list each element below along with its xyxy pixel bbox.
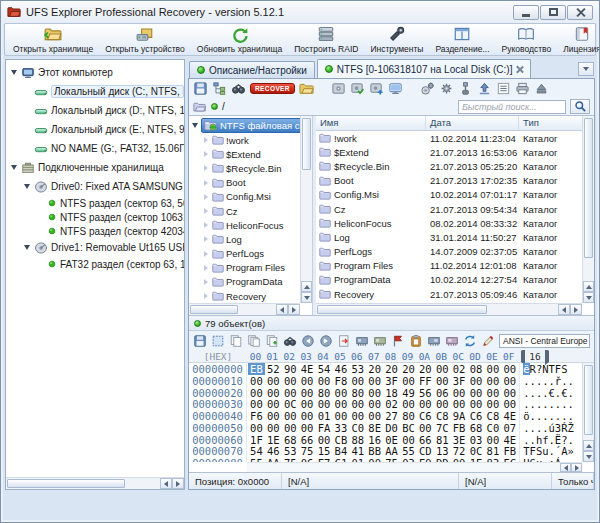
sync-button[interactable] bbox=[463, 334, 477, 348]
hex-byte[interactable]: 00 bbox=[468, 387, 485, 399]
open-device-button[interactable]: Открыть устройство bbox=[99, 25, 191, 54]
hex-byte[interactable]: 1E bbox=[265, 434, 282, 446]
partition-button[interactable]: Разделение... bbox=[429, 25, 495, 54]
hex-byte[interactable]: 3F bbox=[451, 375, 468, 387]
file-list-row[interactable]: Config.Msi10.02.2014 07:01:17Каталог bbox=[316, 188, 594, 202]
memory2-button[interactable] bbox=[373, 334, 387, 348]
expander-icon[interactable] bbox=[22, 184, 31, 189]
hex-byte[interactable]: 00 bbox=[299, 410, 316, 422]
edit-button[interactable] bbox=[481, 334, 495, 348]
hex-byte[interactable]: 8E bbox=[366, 422, 383, 434]
column-header-name[interactable]: Имя bbox=[316, 116, 426, 130]
maximize-button[interactable] bbox=[540, 5, 566, 20]
hex-byte[interactable]: 7C bbox=[434, 422, 451, 434]
hex-byte[interactable]: 46 bbox=[332, 363, 349, 375]
usb-button[interactable] bbox=[458, 81, 473, 96]
ram-button[interactable] bbox=[427, 334, 441, 348]
file-list-row[interactable]: Log31.01.2014 11:50:27Каталог bbox=[316, 230, 594, 244]
expander-icon[interactable] bbox=[201, 236, 210, 242]
hex-byte[interactable]: 9A bbox=[451, 410, 468, 422]
expander-icon[interactable] bbox=[201, 293, 210, 299]
search-button[interactable] bbox=[570, 99, 590, 114]
tab-description-settings[interactable]: Описание/Настройки bbox=[189, 61, 315, 78]
hex-byte[interactable]: 00 bbox=[316, 398, 333, 410]
hex-byte[interactable]: EB bbox=[248, 363, 265, 375]
hex-byte[interactable]: 00 bbox=[332, 410, 349, 422]
hex-byte[interactable]: 75 bbox=[299, 445, 316, 457]
hex-byte[interactable]: 41 bbox=[349, 445, 366, 457]
file-list-row[interactable]: !work11.02.2014 11:23:04Каталог bbox=[316, 131, 594, 145]
hex-byte[interactable]: 4E bbox=[501, 410, 518, 422]
flag-button[interactable] bbox=[391, 334, 405, 348]
expander-icon[interactable] bbox=[22, 245, 31, 250]
folder-tree-item[interactable]: Config.Msi bbox=[190, 190, 311, 204]
hex-byte[interactable]: 68 bbox=[468, 422, 485, 434]
hex-byte[interactable]: D0 bbox=[383, 422, 400, 434]
hex-byte[interactable]: 00 bbox=[417, 398, 434, 410]
hex-byte[interactable]: FB bbox=[501, 445, 518, 457]
hex-byte[interactable]: 08 bbox=[468, 363, 485, 375]
hex-byte[interactable]: FF bbox=[417, 375, 434, 387]
hex-byte[interactable]: 00 bbox=[417, 422, 434, 434]
hex-byte[interactable]: 0E bbox=[383, 434, 400, 446]
close-button[interactable] bbox=[567, 5, 593, 20]
build-raid-button[interactable]: Построить RAID bbox=[288, 25, 364, 54]
storage-tree-item[interactable]: NTFS раздел (сектор 420340788, 97.65ГБ) bbox=[6, 224, 184, 238]
hex-byte[interactable]: 00 bbox=[484, 375, 501, 387]
hex-byte[interactable]: CD bbox=[417, 445, 434, 457]
scroll-up-button[interactable] bbox=[583, 281, 594, 292]
expander-icon[interactable] bbox=[201, 137, 210, 143]
expander-icon[interactable] bbox=[9, 70, 18, 75]
hex-byte[interactable]: 00 bbox=[400, 434, 417, 446]
hex-byte[interactable]: 4E bbox=[501, 434, 518, 446]
forward-button[interactable] bbox=[319, 334, 333, 348]
scroll-right-button[interactable] bbox=[288, 304, 300, 315]
binoculars-button[interactable] bbox=[283, 334, 297, 348]
column-header-date[interactable]: Дата bbox=[426, 116, 519, 130]
hex-byte[interactable]: 00 bbox=[265, 387, 282, 399]
folder-tree-item[interactable]: PerfLogs bbox=[190, 247, 311, 261]
list-button[interactable] bbox=[496, 81, 511, 96]
hex-byte[interactable]: 20 bbox=[366, 363, 383, 375]
hex-byte[interactable]: 00 bbox=[366, 387, 383, 399]
license-button[interactable]: Лицензия bbox=[557, 25, 600, 54]
storage-tree-item[interactable]: Drive0: Fixed ATA SAMSUNG HD321KJ bbox=[6, 177, 184, 196]
hex-byte[interactable]: 00 bbox=[265, 422, 282, 434]
hex-vscrollbar[interactable] bbox=[582, 363, 594, 462]
hex-byte[interactable]: 3E bbox=[451, 434, 468, 446]
scroll-left-button[interactable] bbox=[160, 478, 172, 489]
storage-tree-item[interactable]: Этот компьютер bbox=[6, 63, 184, 82]
hex-byte[interactable]: 06 bbox=[434, 387, 451, 399]
folder-tree-item[interactable]: $Extend bbox=[190, 147, 311, 161]
hex-byte[interactable]: FA bbox=[316, 422, 333, 434]
storage-tree-item[interactable]: Подключенные хранилища bbox=[6, 158, 184, 177]
hex-byte[interactable]: 00 bbox=[501, 375, 518, 387]
hex-byte[interactable]: 4E bbox=[299, 363, 316, 375]
storage-tree-item[interactable]: Локальный диск (D:, NTFS, 149.73ГБ) bbox=[6, 101, 184, 120]
hex-byte[interactable]: 00 bbox=[332, 398, 349, 410]
minimize-button[interactable] bbox=[513, 5, 539, 20]
hex-byte[interactable]: 00 bbox=[484, 398, 501, 410]
scroll-down-button[interactable] bbox=[583, 451, 594, 462]
hex-byte[interactable]: 00 bbox=[299, 375, 316, 387]
hex-byte[interactable]: 80 bbox=[316, 387, 333, 399]
hex-byte[interactable]: 00 bbox=[400, 398, 417, 410]
hex-byte[interactable]: 00 bbox=[299, 422, 316, 434]
hex-byte[interactable]: 0C bbox=[468, 445, 485, 457]
hex-byte[interactable]: 00 bbox=[349, 410, 366, 422]
hex-byte[interactable]: 02 bbox=[451, 363, 468, 375]
hex-byte[interactable]: 20 bbox=[417, 363, 434, 375]
hex-byte[interactable]: 00 bbox=[501, 363, 518, 375]
hex-byte[interactable]: 00 bbox=[332, 387, 349, 399]
hex-byte[interactable]: 00 bbox=[265, 410, 282, 422]
hex-byte[interactable]: 72 bbox=[451, 445, 468, 457]
file-list-row[interactable]: HeliconFocus08.02.2014 08:33:32Каталог bbox=[316, 216, 594, 230]
hex-byte[interactable]: 00 bbox=[484, 387, 501, 399]
storage-tree-item[interactable]: NTFS раздел (сектор 106318233, 149.73ГБ) bbox=[6, 210, 184, 224]
paste-button[interactable] bbox=[265, 334, 279, 348]
hex-byte[interactable]: CB bbox=[332, 434, 349, 446]
back-button[interactable] bbox=[301, 334, 315, 348]
save-button[interactable] bbox=[193, 334, 207, 348]
expander-icon[interactable] bbox=[201, 279, 210, 285]
file-list-row[interactable]: PerfLogs14.07.2009 02:37:05Каталог bbox=[316, 245, 594, 259]
